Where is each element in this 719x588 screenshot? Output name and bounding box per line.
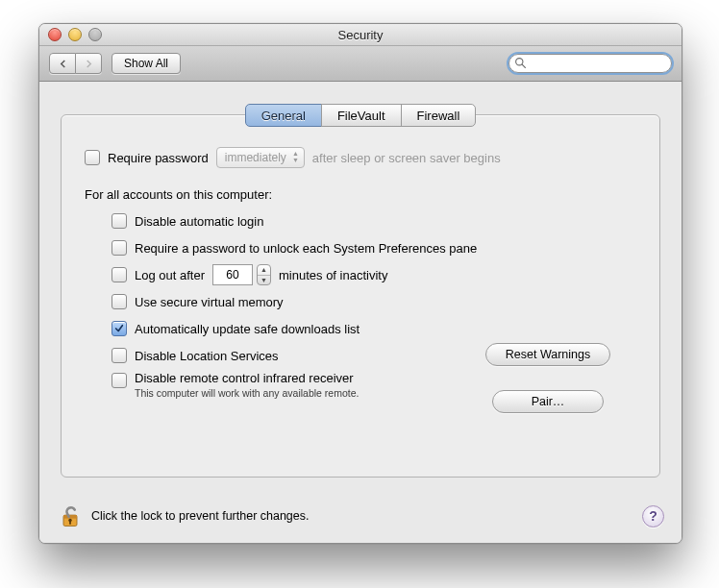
disable-ir-checkbox[interactable] (112, 373, 127, 388)
disable-location-label: Disable Location Services (135, 349, 279, 363)
logout-minutes-stepper[interactable]: ▲ ▼ (257, 264, 271, 285)
require-pw-prefs-label: Require a password to unlock each System… (135, 241, 477, 256)
footer: Click the lock to prevent further change… (57, 502, 664, 529)
secure-vm-label: Use secure virtual memory (135, 295, 284, 309)
disable-auto-login-label: Disable automatic login (135, 214, 263, 229)
reset-warnings-label: Reset Warnings (506, 348, 590, 361)
search-field-wrap (508, 54, 672, 73)
stepper-down-icon: ▼ (258, 276, 270, 285)
stepper-up-icon: ▲ (258, 265, 270, 276)
require-password-delay-value: immediately (225, 151, 286, 164)
require-password-delay-popup[interactable]: immediately ▲▼ (216, 147, 305, 168)
require-password-checkbox[interactable] (85, 150, 100, 165)
logout-after-checkbox[interactable] (112, 267, 127, 282)
tab-pane: General FileVault Firewall Require passw… (61, 114, 660, 478)
tab-firewall-label: Firewall (417, 109, 460, 123)
tab-firewall[interactable]: Firewall (401, 104, 477, 127)
logout-minutes-input[interactable] (212, 264, 253, 285)
auto-safe-downloads-checkbox[interactable] (112, 321, 127, 336)
window-close-button[interactable] (48, 28, 62, 41)
tab-general[interactable]: General (245, 104, 322, 127)
ir-note: This computer will work with any availab… (135, 387, 359, 400)
logout-after-prefix: Log out after (135, 268, 205, 282)
require-password-suffix: after sleep or screen saver begins (312, 151, 501, 165)
svg-rect-5 (69, 521, 71, 525)
window-title: Security (39, 28, 682, 42)
disable-ir-label: Disable remote control infrared receiver (135, 371, 359, 385)
forward-button[interactable] (76, 53, 102, 74)
secure-vm-checkbox[interactable] (112, 294, 127, 309)
tab-strip: General FileVault Firewall (62, 104, 659, 127)
require-password-label: Require password (108, 151, 209, 165)
require-pw-prefs-checkbox[interactable] (112, 240, 127, 256)
all-accounts-heading: For all accounts on this computer: (85, 187, 272, 202)
help-button[interactable]: ? (642, 505, 664, 527)
tab-content-general: Require password immediately ▲▼ after sl… (62, 115, 659, 400)
svg-line-1 (522, 64, 525, 67)
pair-button[interactable]: Pair… (492, 390, 605, 413)
tab-general-label: General (261, 109, 306, 123)
nav-back-forward (49, 53, 102, 74)
search-icon (514, 57, 527, 69)
search-input[interactable] (508, 54, 672, 73)
body: General FileVault Firewall Require passw… (39, 82, 682, 544)
titlebar: Security (39, 24, 682, 46)
lock-help-text: Click the lock to prevent further change… (91, 509, 310, 523)
show-all-button[interactable]: Show All (112, 53, 181, 74)
pair-button-label: Pair… (532, 395, 565, 408)
window-zoom-button[interactable] (88, 28, 102, 41)
auto-safe-downloads-label: Automatically update safe downloads list (135, 322, 360, 336)
unlocked-lock-icon[interactable] (57, 502, 84, 529)
popup-arrows-icon: ▲▼ (292, 150, 299, 163)
disable-location-checkbox[interactable] (112, 348, 127, 363)
reset-warnings-button[interactable]: Reset Warnings (485, 343, 610, 366)
prefs-window: Security Show All (38, 23, 682, 544)
toolbar: Show All (39, 46, 682, 82)
disable-auto-login-checkbox[interactable] (112, 213, 127, 229)
window-minimize-button[interactable] (68, 28, 82, 41)
logout-after-suffix: minutes of inactivity (279, 268, 387, 282)
show-all-label: Show All (124, 57, 168, 70)
tab-filevault-label: FileVault (337, 109, 385, 123)
svg-rect-3 (63, 515, 77, 519)
tab-filevault[interactable]: FileVault (321, 104, 402, 127)
back-button[interactable] (49, 53, 76, 74)
